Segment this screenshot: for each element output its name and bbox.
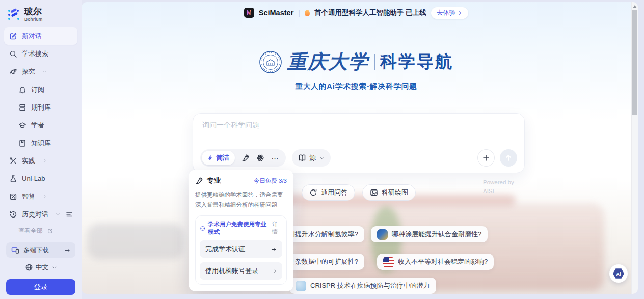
mode-research-button[interactable]	[256, 154, 264, 162]
chevron-down-icon	[55, 211, 61, 217]
crispr-thumbnail-icon	[296, 281, 306, 291]
details-link[interactable]: 详情	[272, 221, 282, 236]
view-all-label: 查看全部	[18, 227, 43, 235]
sidebar-item-label: 学者	[31, 121, 44, 130]
knowledge-icon	[18, 139, 26, 147]
mode-concise-button[interactable]: 简洁	[202, 151, 235, 165]
chevron-down-icon	[42, 69, 47, 74]
atom-icon	[256, 154, 264, 162]
multi-device-download-button[interactable]: 多端下载	[6, 242, 75, 258]
mode-concise-label: 简洁	[216, 153, 229, 162]
view-all-link[interactable]: 查看全部	[11, 223, 77, 238]
academic-verify-button[interactable]: 完成学术认证	[200, 240, 282, 258]
history-subitems: 查看全部	[11, 223, 82, 238]
lab-icon	[9, 175, 17, 183]
suggestion-text: 收入不平等对社会稳定的影响?	[398, 257, 488, 266]
banner-message: 首个通用型科学人工智能助手 已上线	[314, 8, 426, 17]
sidebar-item-uni-lab[interactable]: Uni-Lab	[4, 170, 77, 187]
hero: 重庆大学 科学导航 重大人的Ai学术搜索-解决科学问题	[82, 49, 631, 91]
sidebar-item-knowledge-base[interactable]: 知识库	[11, 134, 77, 152]
institution-login-button[interactable]: 使用机构账号登录	[200, 262, 282, 280]
send-button[interactable]	[500, 149, 517, 167]
suggestion-chip[interactable]: 哪种涂层能提升钛合金耐磨性?	[371, 226, 488, 242]
sidebar-item-label: 知识库	[31, 139, 51, 148]
sidebar-item-journals[interactable]: 期刊库	[11, 98, 77, 116]
login-button[interactable]: 登录	[6, 279, 75, 295]
promo-banner: M SciMaster | 首个通用型科学人工智能助手 已上线 去体验	[82, 6, 631, 19]
sidebar-item-subscriptions[interactable]: 订阅	[11, 80, 77, 98]
search-toolbar: 简洁 … 源	[200, 149, 517, 167]
language-selector[interactable]: 中文	[0, 260, 82, 275]
sidebar-item-smart-compute[interactable]: 智算	[4, 187, 77, 205]
sidebar-item-new-chat[interactable]: 新对话	[4, 27, 77, 45]
app-logo[interactable]: 玻尔 Bohrium	[0, 0, 82, 27]
sidebar-item-label: 订阅	[31, 85, 44, 94]
general-qa-label: 通用问答	[321, 188, 347, 197]
chevron-right-icon	[42, 194, 47, 199]
arrow-right-icon	[271, 247, 277, 252]
edit-icon	[9, 32, 17, 40]
coating-thumbnail-icon	[377, 229, 388, 240]
app-name: 玻尔	[24, 7, 43, 16]
question-input[interactable]	[202, 121, 515, 143]
sidebar-item-explore[interactable]: 探究	[4, 63, 77, 80]
powered-by: Powered by AISI	[483, 178, 514, 195]
sidebar-item-label: 学术搜索	[22, 49, 48, 59]
research-drawing-label: 科研绘图	[382, 188, 408, 197]
scrollbar[interactable]	[631, 2, 638, 294]
popup-promo-card: 学术用户免费使用专业模式 详情 完成学术认证 使用机构账号登录	[195, 215, 287, 285]
try-now-button[interactable]: 去体验	[431, 7, 469, 19]
source-selector[interactable]: 源	[292, 149, 331, 167]
arrow-right-icon	[65, 248, 70, 253]
attach-button[interactable]	[477, 149, 495, 167]
more-modes-button[interactable]: …	[271, 156, 280, 160]
ai-assistant-button[interactable]: Ai	[609, 264, 628, 283]
mode-pro-button[interactable]	[242, 154, 250, 162]
image-icon	[370, 188, 378, 197]
ai-icon: Ai	[613, 268, 625, 279]
sidebar-item-label: 探究	[22, 67, 35, 76]
flame-icon	[305, 10, 310, 16]
refresh-icon	[309, 188, 317, 197]
chevron-down-icon	[51, 265, 57, 270]
us-flag-icon	[383, 257, 394, 267]
bell-icon	[18, 86, 26, 94]
scroll-up-button[interactable]	[633, 5, 637, 8]
sidebar-item-scholars[interactable]: 学者	[11, 116, 77, 134]
plus-icon	[482, 154, 490, 162]
book-icon	[298, 154, 306, 162]
sidebar-item-practice[interactable]: 实践	[4, 152, 77, 170]
chevron-right-icon	[42, 158, 47, 164]
suggestion-chip[interactable]: 收入不平等对社会稳定的影响?	[377, 254, 494, 270]
sidebar-item-label: 期刊库	[31, 103, 51, 112]
arrow-right-icon	[271, 268, 277, 274]
divider	[374, 54, 375, 70]
compute-icon	[9, 193, 17, 201]
sidebar-item-history[interactable]: 历史对话	[4, 205, 77, 223]
popup-title: 专业	[207, 176, 221, 185]
powered-by-line2: AISI	[483, 187, 514, 196]
popup-description: 提供更精确的学术回答，适合需要深入背景和精细分析的科研问题	[195, 190, 287, 210]
campus-photo-building-left	[87, 224, 184, 259]
login-label: 登录	[34, 283, 48, 292]
sidebar-item-label: 实践	[22, 156, 35, 166]
divider: |	[298, 9, 300, 17]
general-qa-button[interactable]: 通用问答	[302, 184, 355, 201]
scimaster-logo-icon: M	[244, 8, 254, 18]
bohrium-logo-icon	[7, 8, 20, 21]
ai-label: Ai	[616, 271, 621, 277]
rocket-icon	[242, 154, 250, 162]
sidebar-item-label: 历史对话	[22, 210, 48, 219]
sidebar-item-academic-search[interactable]: 学术搜索	[4, 45, 77, 63]
scrollbar-thumb[interactable]	[632, 10, 637, 115]
suggestion-chip[interactable]: CRISPR 技术在疾病预防与治疗中的潜力	[289, 278, 436, 294]
collapse-sidebar-icon[interactable]	[65, 210, 73, 219]
free-quota-badge: 今日免费 3/3	[254, 177, 287, 185]
sidebar-item-label: 新对话	[22, 32, 42, 41]
planet-icon	[9, 68, 17, 76]
research-drawing-button[interactable]: 科研绘图	[362, 184, 416, 201]
explore-subitems: 订阅 期刊库 学者 知识库	[11, 80, 82, 152]
sidebar-item-label: Uni-Lab	[22, 175, 45, 182]
promo-text: 学术用户免费使用专业模式	[208, 221, 270, 236]
app-name-en: Bohrium	[24, 17, 43, 22]
